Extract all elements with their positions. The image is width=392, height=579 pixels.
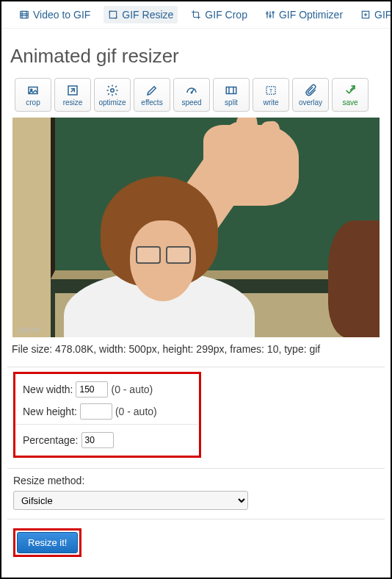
tool-label: overlay (299, 98, 322, 107)
nav-gif-crop[interactable]: GIF Crop (186, 6, 252, 24)
plus-frame-icon (360, 10, 371, 20)
nav-video-to-gif[interactable]: Video to GIF (15, 6, 95, 24)
film-icon (19, 10, 29, 20)
resize-form: New width: (0 - auto) New height: (0 - a… (7, 367, 385, 462)
width-hint: (0 - auto) (111, 384, 153, 395)
width-input[interactable] (76, 381, 108, 398)
method-select[interactable]: Gifsicle (13, 491, 248, 510)
nav-gif-resize[interactable]: GIF Resize (104, 6, 178, 24)
top-nav: Video to GIF GIF Resize GIF Crop GIF Opt… (1, 1, 391, 29)
percentage-input[interactable] (81, 432, 114, 448)
svg-point-11 (272, 12, 274, 13)
nav-gif-optimizer[interactable]: GIF Optimizer (261, 6, 347, 24)
paperclip-icon (303, 84, 318, 97)
nav-item-label: Video to GIF (33, 9, 90, 21)
tool-write[interactable]: T write (253, 78, 289, 112)
tool-resize[interactable]: resize (54, 78, 91, 112)
tool-label: speed (181, 98, 201, 107)
percentage-label: Percentage: (23, 434, 79, 446)
tool-save[interactable]: save (332, 78, 369, 112)
height-hint: (0 - auto) (115, 406, 157, 417)
width-label: New width: (23, 384, 73, 395)
svg-rect-5 (110, 11, 117, 18)
gif-preview: IWDRM (12, 118, 380, 337)
tool-label: save (342, 98, 357, 107)
sliders-icon (265, 10, 275, 20)
tool-strip: crop resize optimize effects speed split… (7, 78, 385, 118)
resize-icon (108, 10, 118, 20)
expand-icon (65, 84, 80, 97)
resize-button-highlight: Resize it! (13, 528, 81, 557)
nav-item-label: GIF Resize (122, 9, 173, 21)
export-icon (343, 84, 357, 97)
nav-item-label: GIF (374, 9, 391, 21)
watermark: IWDRM (17, 327, 40, 334)
tool-overlay[interactable]: overlay (292, 78, 329, 112)
nav-item-label: GIF Optimizer (279, 9, 343, 21)
gear-icon (105, 84, 120, 97)
resize-inputs-highlight: New width: (0 - auto) New height: (0 - a… (13, 372, 201, 458)
tool-label: crop (26, 98, 40, 107)
method-section: Resize method: Gifsicle (7, 468, 385, 514)
svg-point-9 (266, 12, 268, 14)
method-label: Resize method: (13, 475, 379, 486)
text-frame-icon: T (264, 84, 278, 97)
pencil-icon (145, 84, 159, 97)
crop-icon (26, 84, 40, 97)
crop-tool-icon (191, 10, 201, 20)
tool-label: effects (141, 98, 162, 107)
svg-point-10 (269, 15, 271, 17)
svg-rect-0 (21, 11, 29, 18)
nav-gif-more[interactable]: GIF (356, 6, 392, 24)
svg-rect-22 (226, 87, 236, 93)
svg-point-19 (111, 88, 115, 92)
tool-split[interactable]: split (213, 78, 250, 112)
frames-icon (224, 84, 239, 97)
tool-optimize[interactable]: optimize (94, 78, 131, 112)
tool-label: split (225, 98, 238, 107)
tool-speed[interactable]: speed (173, 78, 210, 112)
tool-label: resize (63, 98, 83, 107)
tool-label: optimize (98, 98, 126, 107)
svg-text:T: T (269, 87, 273, 94)
svg-point-21 (191, 92, 192, 93)
height-input[interactable] (80, 403, 112, 420)
file-info: File size: 478.08K, width: 500px, height… (7, 342, 385, 367)
resize-button[interactable]: Resize it! (17, 532, 78, 553)
page-title: Animated gif resizer (10, 45, 382, 68)
nav-item-label: GIF Crop (205, 9, 247, 21)
tool-crop[interactable]: crop (15, 78, 51, 112)
gauge-icon (184, 84, 199, 97)
tool-effects[interactable]: effects (134, 78, 170, 112)
height-label: New height: (23, 406, 77, 417)
submit-row: Resize it! (7, 519, 385, 566)
tool-label: write (263, 98, 278, 107)
